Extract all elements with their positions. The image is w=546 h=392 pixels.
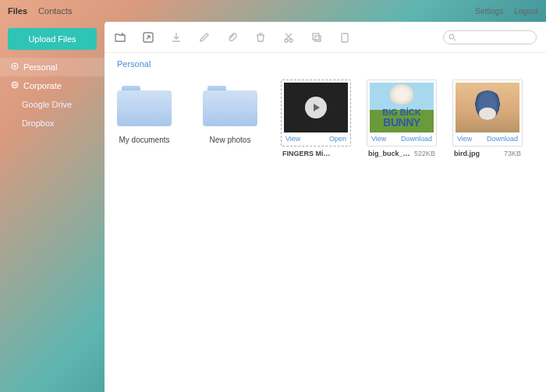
attach-icon[interactable]: [226, 31, 239, 44]
svg-point-4: [285, 39, 288, 42]
sidebar-item-personal[interactable]: Personal: [0, 58, 105, 76]
download-icon[interactable]: [170, 31, 183, 44]
sidebar-item-google-drive[interactable]: Google Drive: [0, 95, 105, 114]
svg-rect-6: [313, 34, 319, 40]
svg-point-5: [289, 39, 292, 42]
sidebar-item-dropbox[interactable]: Dropbox: [0, 114, 105, 132]
file-name: big_buck_bu...: [368, 150, 414, 157]
sidebar-item-label: Corporate: [23, 81, 62, 90]
svg-rect-7: [315, 36, 321, 41]
file-item[interactable]: View Open FINGERS Mitchell C...: [281, 79, 351, 157]
play-icon[interactable]: [305, 97, 327, 118]
edit-icon[interactable]: [198, 31, 211, 44]
file-name: bird.jpg: [454, 150, 480, 157]
globe-icon: [11, 81, 19, 90]
folder-label: New photos: [195, 136, 265, 144]
folder-item[interactable]: New photos: [195, 79, 265, 144]
view-link[interactable]: View: [457, 135, 472, 143]
delete-icon[interactable]: [339, 31, 351, 44]
search-icon: [448, 30, 456, 44]
new-folder-icon[interactable]: [114, 31, 126, 44]
search-box[interactable]: [443, 30, 537, 44]
top-bar: Files Contacts Settings Logout: [0, 0, 546, 22]
file-size: 522KB: [414, 150, 435, 157]
file-item[interactable]: BiG BİCK BUNNY View Download big_buck_bu…: [367, 79, 437, 157]
download-link[interactable]: Download: [401, 135, 432, 143]
open-link[interactable]: Open: [329, 135, 346, 143]
file-item[interactable]: View Download bird.jpg 73KB: [452, 79, 523, 157]
search-input[interactable]: [459, 33, 531, 41]
tab-contacts[interactable]: Contacts: [38, 6, 72, 16]
breadcrumb[interactable]: Personal: [105, 53, 546, 72]
cut-icon[interactable]: [282, 31, 295, 44]
view-link[interactable]: View: [285, 135, 300, 143]
image-thumbnail: [456, 83, 519, 132]
folder-item[interactable]: My documents: [109, 79, 179, 144]
sidebar-item-corporate[interactable]: Corporate: [0, 76, 105, 95]
circle-dot-icon: [11, 62, 19, 72]
file-size: 73KB: [504, 150, 521, 157]
trash-icon[interactable]: [254, 31, 267, 44]
folder-icon: [117, 86, 172, 126]
toolbar: [105, 22, 546, 53]
svg-rect-8: [342, 34, 348, 42]
copy-icon[interactable]: [310, 31, 323, 44]
download-link[interactable]: Download: [487, 135, 518, 143]
settings-link[interactable]: Settings: [475, 7, 503, 16]
svg-point-9: [449, 34, 454, 39]
upload-files-button[interactable]: Upload Files: [8, 28, 97, 50]
logout-link[interactable]: Logout: [514, 7, 538, 16]
sidebar: Upload Files Personal Corporate Google D…: [0, 22, 105, 392]
view-link[interactable]: View: [371, 135, 386, 143]
tab-files[interactable]: Files: [8, 6, 27, 16]
content-panel: Personal My documents New photos View Op…: [105, 22, 546, 392]
file-name: FINGERS Mitchell C...: [282, 150, 331, 157]
image-thumbnail: BiG BİCK BUNNY: [370, 83, 434, 132]
svg-point-1: [14, 65, 16, 68]
top-tabs: Files Contacts: [8, 6, 73, 16]
share-icon[interactable]: [142, 31, 154, 44]
video-thumbnail: [284, 83, 348, 132]
item-grid: My documents New photos View Open F: [105, 72, 546, 165]
top-right: Settings Logout: [475, 7, 538, 16]
folder-label: My documents: [109, 136, 179, 144]
sidebar-item-label: Personal: [23, 62, 57, 72]
folder-icon: [203, 86, 257, 126]
